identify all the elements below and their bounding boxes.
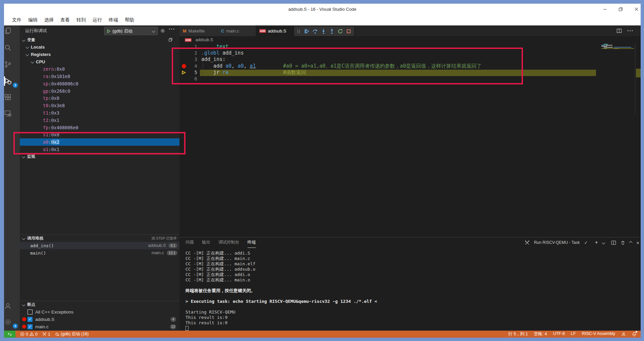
close-icon[interactable] (632, 6, 641, 12)
register-row[interactable]: s1: 0x0 (20, 131, 179, 139)
search-icon[interactable] (4, 44, 12, 52)
call-stack-header[interactable]: 调用堆栈 因 STEP 已暂停 (20, 234, 179, 242)
debug-session-status[interactable]: (gdb) 启动 (16) (55, 331, 89, 337)
split-terminal-icon[interactable] (611, 240, 616, 245)
minimap[interactable] (599, 44, 635, 64)
gutter[interactable] (179, 50, 189, 56)
status-item[interactable]: 空格: 4 (534, 331, 547, 337)
feedback-icon[interactable] (621, 332, 626, 337)
menu-item[interactable]: 编辑 (25, 16, 41, 24)
panel-tab-终端[interactable]: 终端 (248, 237, 256, 248)
maximize-panel-icon[interactable] (629, 241, 633, 244)
breakpoint-row[interactable]: ✓main.c12 (20, 323, 179, 330)
more-editor-actions-icon[interactable]: ··· (627, 29, 634, 32)
split-editor-icon[interactable] (616, 28, 622, 33)
stack-frame-row[interactable]: add_ins()addsub.S5:1 (20, 242, 179, 249)
breakpoint-row[interactable]: ✓addsub.S4 (20, 316, 179, 323)
code-line[interactable]: 2.globl add_ins (179, 50, 599, 56)
breakpoint-checkbox[interactable]: ✓ (28, 317, 33, 322)
code-line[interactable]: 5 jr ra #函数返回 (179, 69, 599, 76)
code-line[interactable]: 1 .text (179, 44, 599, 50)
status-item[interactable]: UTF-8 (553, 331, 565, 337)
copy-icon[interactable] (168, 38, 173, 42)
step-into-icon[interactable] (321, 28, 326, 34)
code-editor[interactable]: 1 .text2.globl add_ins3add_ins:4 add a0,… (179, 44, 599, 82)
breakpoints-header[interactable]: 断点 (20, 301, 179, 308)
register-row[interactable]: fp: 0x408006e0 (20, 124, 179, 131)
menu-item[interactable]: 选择 (41, 16, 57, 24)
restore-icon[interactable] (616, 6, 625, 12)
register-row[interactable]: a0: 0x2 (20, 138, 179, 146)
terminal-cursor[interactable] (185, 326, 189, 331)
account-icon[interactable] (4, 302, 12, 310)
variables-header[interactable]: 变量 (20, 36, 179, 44)
current-line-gutter[interactable] (179, 69, 189, 76)
status-item[interactable]: LF (571, 331, 576, 337)
code-line[interactable]: 3add_ins: (179, 56, 599, 63)
bell-icon[interactable] (632, 332, 637, 337)
menu-item[interactable]: 查看 (57, 16, 73, 24)
settings-gear-icon[interactable] (4, 318, 12, 326)
menu-item[interactable]: 文件 (9, 16, 25, 24)
menu-item[interactable]: 终端 (105, 16, 121, 24)
terminal-task-label[interactable]: Run RISCV-QEMU - Task (534, 240, 580, 245)
register-row[interactable]: t1: 0x3 (20, 109, 179, 117)
more-actions-icon[interactable]: ··· (169, 26, 175, 32)
menu-item[interactable]: 运行 (89, 16, 105, 24)
code-line[interactable]: 4 add a0, a0, a1 #a0 = a0+a1,a0、a1是C语言调用… (179, 63, 599, 69)
breakpoint-checkbox[interactable] (28, 310, 33, 315)
kill-terminal-icon[interactable] (621, 240, 625, 245)
register-group-row[interactable]: CPU (20, 58, 179, 66)
close-panel-icon[interactable]: × (636, 240, 639, 246)
status-item[interactable]: RISC-V Assembly (582, 331, 615, 337)
new-terminal-icon[interactable]: + (595, 239, 598, 246)
register-row[interactable]: zero: 0x0 (20, 65, 179, 73)
problems-status[interactable]: 0 0 (20, 332, 38, 337)
register-row[interactable]: ra: 0x101e8 (20, 73, 179, 80)
breakpoint-row[interactable]: All C++ Exceptions (20, 308, 179, 316)
extensions-icon[interactable] (4, 93, 12, 101)
source-control-icon[interactable] (4, 60, 12, 69)
register-row[interactable]: sp: 0x408006c0 (20, 80, 179, 87)
stack-frame-row[interactable]: main()main.c12:1 (20, 249, 179, 257)
gutter[interactable] (179, 76, 189, 82)
menu-item[interactable]: 帮助 (121, 16, 138, 24)
explorer-icon[interactable] (4, 27, 12, 35)
panel-tab-问题[interactable]: 问题 (185, 237, 194, 248)
step-over-icon[interactable] (312, 28, 318, 34)
editor-tab-Makefile[interactable]: MMakefile (179, 25, 218, 36)
run-debug-icon[interactable] (4, 77, 12, 85)
gutter[interactable] (179, 56, 189, 63)
launch-config-select[interactable]: (gdb) 启动 (104, 27, 158, 35)
editor-tab-addsub.S[interactable]: ASMaddsub.S (256, 25, 294, 36)
register-row[interactable]: gp: 0x268c0 (20, 87, 179, 95)
running-tasks-status[interactable]: 1 (42, 332, 50, 337)
breadcrumb[interactable]: ASM addsub.S (179, 36, 599, 44)
register-row[interactable]: t0: 0x3e8 (20, 102, 179, 109)
panel-tab-调试控制台[interactable]: 调试控制台 (218, 237, 239, 248)
code-line[interactable]: 6 (179, 76, 599, 82)
register-row[interactable]: tp: 0x0 (20, 95, 179, 102)
menu-item[interactable]: 转到 (73, 16, 89, 24)
breakpoint-gutter[interactable] (179, 63, 189, 69)
remote-indicator[interactable] (4, 331, 15, 338)
terminal-dropdown-icon[interactable] (602, 241, 605, 244)
status-item[interactable]: 行 5，列 1 (508, 331, 528, 337)
breakpoint-checkbox[interactable]: ✓ (28, 324, 33, 329)
terminal-output[interactable]: CC -[M] 正在构建... addi.SCC -[M] 正在构建... ma… (185, 251, 377, 331)
restart-icon[interactable] (337, 28, 343, 34)
gear-icon[interactable] (160, 28, 165, 33)
panel-tab-输出[interactable]: 输出 (202, 237, 210, 248)
register-row[interactable]: t2: 0x1 (20, 117, 179, 124)
continue-icon[interactable] (304, 28, 310, 34)
gutter[interactable] (179, 44, 189, 50)
drag-grip-icon[interactable] (297, 29, 301, 34)
scope-row[interactable]: Registers (20, 51, 179, 58)
stop-icon[interactable] (346, 28, 352, 34)
watch-header[interactable]: 监视 (20, 153, 179, 160)
minimize-icon[interactable] (600, 6, 609, 12)
scope-row[interactable]: Locals (20, 44, 179, 51)
register-row[interactable]: a1: 0x1 (20, 146, 179, 153)
editor-tab-main.c[interactable]: Cmain.c (218, 25, 256, 36)
step-out-icon[interactable] (329, 28, 335, 34)
